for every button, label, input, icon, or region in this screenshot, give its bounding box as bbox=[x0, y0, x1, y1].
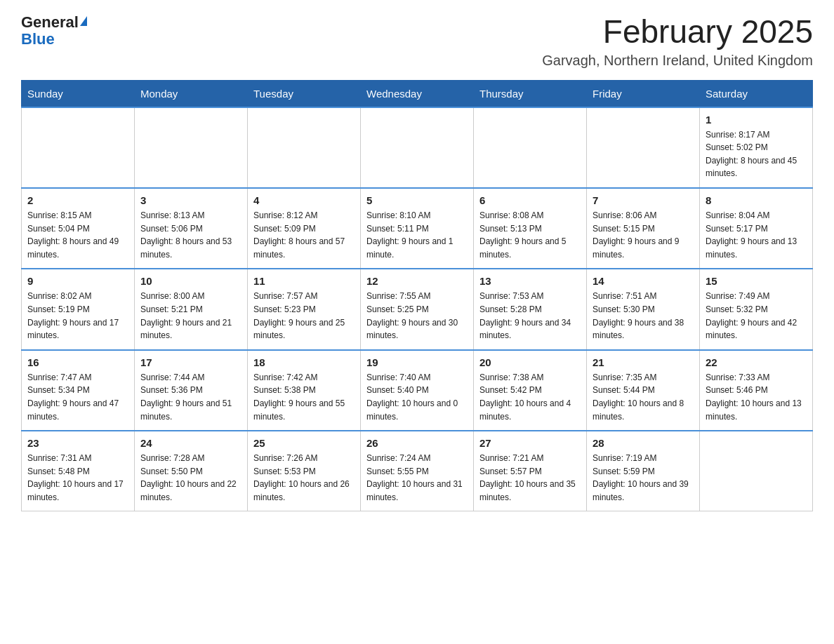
weekday-header-monday: Monday bbox=[135, 80, 248, 107]
title-block: February 2025 Garvagh, Northern Ireland,… bbox=[542, 14, 813, 69]
calendar-cell: 1Sunrise: 8:17 AMSunset: 5:02 PMDaylight… bbox=[700, 107, 813, 188]
calendar-header-row: SundayMondayTuesdayWednesdayThursdayFrid… bbox=[22, 80, 813, 107]
calendar-cell bbox=[587, 107, 700, 188]
day-info: Sunrise: 8:13 AMSunset: 5:06 PMDaylight:… bbox=[140, 209, 241, 261]
day-number: 21 bbox=[593, 356, 694, 368]
calendar-week-row: 1Sunrise: 8:17 AMSunset: 5:02 PMDaylight… bbox=[22, 107, 813, 188]
day-info: Sunrise: 7:47 AMSunset: 5:34 PMDaylight:… bbox=[27, 371, 128, 423]
calendar-cell: 19Sunrise: 7:40 AMSunset: 5:40 PMDayligh… bbox=[361, 350, 474, 431]
month-title: February 2025 bbox=[542, 14, 813, 50]
calendar-cell: 3Sunrise: 8:13 AMSunset: 5:06 PMDaylight… bbox=[135, 188, 248, 269]
day-number: 11 bbox=[253, 275, 355, 287]
day-info: Sunrise: 7:33 AMSunset: 5:46 PMDaylight:… bbox=[706, 371, 807, 423]
day-number: 6 bbox=[479, 194, 581, 206]
calendar-cell: 17Sunrise: 7:44 AMSunset: 5:36 PMDayligh… bbox=[135, 350, 248, 431]
day-number: 7 bbox=[593, 194, 694, 206]
logo-general-text: General bbox=[21, 14, 79, 31]
day-number: 27 bbox=[479, 437, 581, 449]
day-info: Sunrise: 7:44 AMSunset: 5:36 PMDaylight:… bbox=[140, 371, 241, 423]
calendar-cell: 16Sunrise: 7:47 AMSunset: 5:34 PMDayligh… bbox=[22, 350, 135, 431]
day-info: Sunrise: 7:49 AMSunset: 5:32 PMDaylight:… bbox=[706, 290, 807, 342]
calendar-cell: 23Sunrise: 7:31 AMSunset: 5:48 PMDayligh… bbox=[22, 431, 135, 511]
calendar-cell: 21Sunrise: 7:35 AMSunset: 5:44 PMDayligh… bbox=[587, 350, 700, 431]
day-number: 13 bbox=[479, 275, 581, 287]
weekday-header-sunday: Sunday bbox=[22, 80, 135, 107]
calendar-cell: 25Sunrise: 7:26 AMSunset: 5:53 PMDayligh… bbox=[248, 431, 361, 511]
location-title: Garvagh, Northern Ireland, United Kingdo… bbox=[542, 53, 813, 69]
calendar-week-row: 9Sunrise: 8:02 AMSunset: 5:19 PMDaylight… bbox=[22, 269, 813, 349]
weekday-header-wednesday: Wednesday bbox=[361, 80, 474, 107]
day-number: 16 bbox=[27, 356, 128, 368]
calendar-cell bbox=[700, 431, 813, 511]
day-info: Sunrise: 7:53 AMSunset: 5:28 PMDaylight:… bbox=[479, 290, 581, 342]
day-number: 3 bbox=[140, 194, 241, 206]
day-info: Sunrise: 7:55 AMSunset: 5:25 PMDaylight:… bbox=[366, 290, 468, 342]
day-number: 1 bbox=[706, 114, 807, 126]
day-number: 8 bbox=[706, 194, 807, 206]
day-info: Sunrise: 7:19 AMSunset: 5:59 PMDaylight:… bbox=[593, 452, 694, 504]
day-info: Sunrise: 8:00 AMSunset: 5:21 PMDaylight:… bbox=[140, 290, 241, 342]
logo-blue-text: Blue bbox=[21, 30, 55, 48]
calendar-cell: 20Sunrise: 7:38 AMSunset: 5:42 PMDayligh… bbox=[474, 350, 587, 431]
day-number: 14 bbox=[593, 275, 694, 287]
calendar-cell: 12Sunrise: 7:55 AMSunset: 5:25 PMDayligh… bbox=[361, 269, 474, 349]
calendar-cell: 15Sunrise: 7:49 AMSunset: 5:32 PMDayligh… bbox=[700, 269, 813, 349]
calendar-cell bbox=[474, 107, 587, 188]
day-number: 23 bbox=[27, 437, 128, 449]
day-info: Sunrise: 8:15 AMSunset: 5:04 PMDaylight:… bbox=[27, 209, 128, 261]
day-number: 26 bbox=[366, 437, 468, 449]
page-header: General Blue February 2025 Garvagh, Nort… bbox=[21, 14, 813, 69]
day-info: Sunrise: 8:12 AMSunset: 5:09 PMDaylight:… bbox=[253, 209, 355, 261]
calendar-cell: 27Sunrise: 7:21 AMSunset: 5:57 PMDayligh… bbox=[474, 431, 587, 511]
day-number: 20 bbox=[479, 356, 581, 368]
day-number: 22 bbox=[706, 356, 807, 368]
calendar-cell: 10Sunrise: 8:00 AMSunset: 5:21 PMDayligh… bbox=[135, 269, 248, 349]
day-info: Sunrise: 7:24 AMSunset: 5:55 PMDaylight:… bbox=[366, 452, 468, 504]
calendar-week-row: 23Sunrise: 7:31 AMSunset: 5:48 PMDayligh… bbox=[22, 431, 813, 511]
day-number: 19 bbox=[366, 356, 468, 368]
day-number: 28 bbox=[593, 437, 694, 449]
day-number: 9 bbox=[27, 275, 128, 287]
calendar-cell: 24Sunrise: 7:28 AMSunset: 5:50 PMDayligh… bbox=[135, 431, 248, 511]
day-number: 2 bbox=[27, 194, 128, 206]
day-number: 12 bbox=[366, 275, 468, 287]
day-number: 25 bbox=[253, 437, 355, 449]
day-number: 4 bbox=[253, 194, 355, 206]
day-info: Sunrise: 7:21 AMSunset: 5:57 PMDaylight:… bbox=[479, 452, 581, 504]
day-number: 10 bbox=[140, 275, 241, 287]
weekday-header-tuesday: Tuesday bbox=[248, 80, 361, 107]
calendar-cell: 11Sunrise: 7:57 AMSunset: 5:23 PMDayligh… bbox=[248, 269, 361, 349]
calendar-cell: 28Sunrise: 7:19 AMSunset: 5:59 PMDayligh… bbox=[587, 431, 700, 511]
day-info: Sunrise: 8:10 AMSunset: 5:11 PMDaylight:… bbox=[366, 209, 468, 261]
day-number: 5 bbox=[366, 194, 468, 206]
calendar-cell: 8Sunrise: 8:04 AMSunset: 5:17 PMDaylight… bbox=[700, 188, 813, 269]
weekday-header-friday: Friday bbox=[587, 80, 700, 107]
day-info: Sunrise: 7:38 AMSunset: 5:42 PMDaylight:… bbox=[479, 371, 581, 423]
day-number: 17 bbox=[140, 356, 241, 368]
calendar-cell: 14Sunrise: 7:51 AMSunset: 5:30 PMDayligh… bbox=[587, 269, 700, 349]
day-info: Sunrise: 8:17 AMSunset: 5:02 PMDaylight:… bbox=[706, 128, 807, 180]
day-info: Sunrise: 7:31 AMSunset: 5:48 PMDaylight:… bbox=[27, 452, 128, 504]
day-number: 15 bbox=[706, 275, 807, 287]
day-info: Sunrise: 7:40 AMSunset: 5:40 PMDaylight:… bbox=[366, 371, 468, 423]
calendar-week-row: 2Sunrise: 8:15 AMSunset: 5:04 PMDaylight… bbox=[22, 188, 813, 269]
calendar-cell: 9Sunrise: 8:02 AMSunset: 5:19 PMDaylight… bbox=[22, 269, 135, 349]
calendar-cell bbox=[361, 107, 474, 188]
day-info: Sunrise: 7:57 AMSunset: 5:23 PMDaylight:… bbox=[253, 290, 355, 342]
calendar-table: SundayMondayTuesdayWednesdayThursdayFrid… bbox=[21, 80, 813, 512]
calendar-cell: 22Sunrise: 7:33 AMSunset: 5:46 PMDayligh… bbox=[700, 350, 813, 431]
day-number: 18 bbox=[253, 356, 355, 368]
calendar-cell: 18Sunrise: 7:42 AMSunset: 5:38 PMDayligh… bbox=[248, 350, 361, 431]
calendar-cell bbox=[22, 107, 135, 188]
logo: General Blue bbox=[21, 14, 87, 48]
calendar-cell bbox=[248, 107, 361, 188]
calendar-cell: 6Sunrise: 8:08 AMSunset: 5:13 PMDaylight… bbox=[474, 188, 587, 269]
calendar-cell: 7Sunrise: 8:06 AMSunset: 5:15 PMDaylight… bbox=[587, 188, 700, 269]
day-info: Sunrise: 7:51 AMSunset: 5:30 PMDaylight:… bbox=[593, 290, 694, 342]
calendar-cell: 4Sunrise: 8:12 AMSunset: 5:09 PMDaylight… bbox=[248, 188, 361, 269]
logo-triangle-icon bbox=[80, 16, 87, 26]
day-info: Sunrise: 8:02 AMSunset: 5:19 PMDaylight:… bbox=[27, 290, 128, 342]
calendar-cell: 13Sunrise: 7:53 AMSunset: 5:28 PMDayligh… bbox=[474, 269, 587, 349]
day-info: Sunrise: 8:04 AMSunset: 5:17 PMDaylight:… bbox=[706, 209, 807, 261]
weekday-header-saturday: Saturday bbox=[700, 80, 813, 107]
